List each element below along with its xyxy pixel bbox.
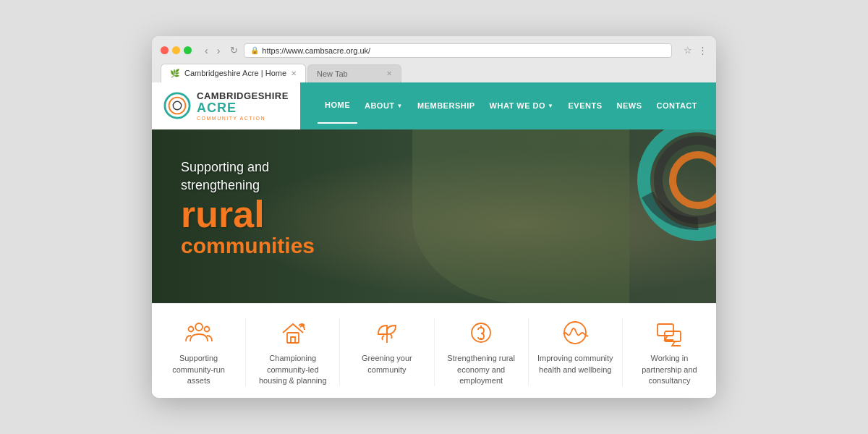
decorative-circles	[590, 129, 716, 267]
logo-org-name-line1: CAMBRIDGESHIRE	[197, 91, 289, 101]
svg-point-8	[204, 327, 209, 332]
greening-icon	[373, 318, 401, 347]
tab-close-button[interactable]: ✕	[291, 69, 297, 77]
tabs-row: 🌿 Cambridgeshire Acre | Home ✕ New Tab ✕	[161, 64, 707, 82]
traffic-lights	[161, 46, 192, 54]
service-partnership[interactable]: Working in partnership and consultancy	[623, 318, 716, 386]
service-housing-planning-label: Championing community-led housing & plan…	[255, 353, 331, 386]
about-dropdown-arrow: ▼	[397, 103, 403, 109]
hero-text: Supporting and strengthening rural commu…	[181, 158, 315, 258]
hero-word-rural: rural	[181, 195, 315, 233]
economy-icon	[467, 318, 495, 347]
site-navigation: CAMBRIDGESHIRE ACRE COMMUNITY ACTION HOM…	[152, 82, 716, 130]
service-housing-planning[interactable]: Championing community-led housing & plan…	[246, 318, 340, 386]
community-assets-icon	[184, 318, 213, 347]
nav-events[interactable]: EVENTS	[561, 88, 610, 123]
nav-what-we-do[interactable]: WHAT WE DO ▼	[482, 88, 561, 123]
service-health-label: Improving community health and wellbeing	[537, 353, 613, 375]
housing-planning-icon	[278, 318, 307, 347]
nav-contact[interactable]: CONTACT	[650, 88, 705, 123]
service-health[interactable]: Improving community health and wellbeing	[529, 318, 623, 386]
service-economy-label: Strengthening rural economy and employme…	[443, 353, 519, 386]
logo-icon	[163, 92, 191, 119]
logo-tagline: COMMUNITY ACTION	[197, 116, 289, 122]
nav-home[interactable]: HOME	[318, 88, 357, 124]
service-greening[interactable]: Greening your community	[340, 318, 434, 386]
service-economy[interactable]: Strengthening rural economy and employme…	[435, 318, 529, 386]
menu-icon[interactable]: ⋮	[698, 45, 707, 56]
url-text: https://www.cambsacre.org.uk/	[262, 46, 370, 55]
minimize-traffic-light[interactable]	[172, 46, 180, 54]
tab-inactive[interactable]: New Tab ✕	[307, 64, 401, 82]
browser-chrome: ‹ › ↻ 🔒 https://www.cambsacre.org.uk/ ☆ …	[152, 36, 716, 82]
logo-org-name-line2: ACRE	[197, 101, 289, 116]
services-bar: Supporting community-run assets Champion…	[152, 303, 716, 398]
nav-about[interactable]: ABOUT ▼	[357, 88, 410, 123]
what-we-do-dropdown-arrow: ▼	[548, 103, 553, 109]
lock-icon: 🔒	[250, 46, 259, 54]
hero-word-communities: communities	[181, 233, 315, 259]
refresh-button[interactable]: ↻	[230, 45, 238, 56]
bookmark-icon[interactable]: ☆	[684, 45, 692, 56]
nav-membership[interactable]: MEMBERSHIP	[410, 88, 482, 123]
website-content: CAMBRIDGESHIRE ACRE COMMUNITY ACTION HOM…	[152, 82, 716, 399]
tab-active[interactable]: 🌿 Cambridgeshire Acre | Home ✕	[161, 64, 306, 82]
back-button[interactable]: ‹	[202, 43, 211, 58]
health-icon	[561, 318, 590, 347]
service-partnership-label: Working in partnership and consultancy	[631, 353, 707, 386]
forward-button[interactable]: ›	[214, 43, 224, 58]
service-community-assets[interactable]: Supporting community-run assets	[152, 318, 246, 386]
svg-point-1	[169, 98, 186, 114]
hero-line1: Supporting and strengthening	[181, 158, 315, 195]
svg-rect-9	[287, 333, 299, 343]
browser-window: ‹ › ↻ 🔒 https://www.cambsacre.org.uk/ ☆ …	[152, 36, 716, 399]
nav-news[interactable]: NEWS	[610, 88, 650, 123]
partnership-icon	[655, 318, 684, 347]
service-community-assets-label: Supporting community-run assets	[161, 353, 237, 386]
address-bar[interactable]: 🔒 https://www.cambsacre.org.uk/	[244, 43, 672, 58]
svg-rect-12	[658, 324, 673, 336]
browser-nav-buttons: ‹ ›	[202, 43, 223, 58]
browser-actions: ☆ ⋮	[684, 45, 707, 56]
nav-links: HOME ABOUT ▼ MEMBERSHIP WHAT WE DO ▼ EVE…	[300, 88, 716, 124]
close-traffic-light[interactable]	[161, 46, 169, 54]
svg-point-7	[188, 327, 193, 332]
logo-area[interactable]: CAMBRIDGESHIRE ACRE COMMUNITY ACTION	[152, 82, 300, 130]
svg-point-5	[673, 155, 716, 205]
service-greening-label: Greening your community	[349, 353, 425, 375]
tab2-close-button[interactable]: ✕	[386, 69, 392, 77]
hero-section: Supporting and strengthening rural commu…	[152, 129, 716, 303]
logo-text: CAMBRIDGESHIRE ACRE COMMUNITY ACTION	[197, 91, 289, 122]
tab-title: Cambridgeshire Acre | Home	[184, 69, 286, 77]
svg-point-2	[173, 102, 181, 110]
tab2-title: New Tab	[317, 69, 348, 78]
svg-point-6	[195, 323, 203, 331]
tab-favicon: 🌿	[170, 69, 180, 78]
maximize-traffic-light[interactable]	[184, 46, 192, 54]
